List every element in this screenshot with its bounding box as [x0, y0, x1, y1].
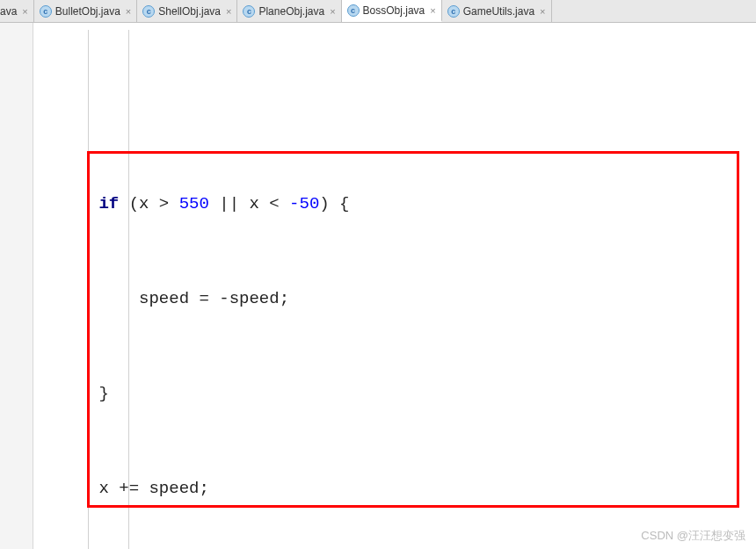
close-icon[interactable]: × — [226, 6, 231, 17]
close-icon[interactable]: × — [126, 6, 131, 17]
close-icon[interactable]: × — [430, 5, 435, 16]
watermark: CSDN @汪汪想变强 — [641, 528, 745, 544]
close-icon[interactable]: × — [22, 6, 27, 17]
java-class-icon: c — [142, 5, 155, 18]
tab-label: BossObj.java — [363, 4, 425, 17]
tab-label: PlaneObj.java — [258, 5, 324, 18]
tab-bossobj[interactable]: c BossObj.java × — [342, 0, 442, 22]
tab-label: ava — [0, 5, 17, 18]
tab-shellobj[interactable]: c ShellObj.java × — [137, 0, 237, 22]
tab-gameutils[interactable]: c GameUtils.java × — [442, 0, 552, 22]
gutter — [0, 23, 33, 549]
code-editor[interactable]: if (x > 550 || x < -50) { speed = -speed… — [0, 23, 756, 549]
code-line: } — [39, 378, 756, 409]
code-area[interactable]: if (x > 550 || x < -50) { speed = -speed… — [33, 30, 756, 549]
code-line: if (x > 550 || x < -50) { — [39, 188, 756, 220]
tab-label: BulletObj.java — [55, 5, 120, 18]
tab-bulletobj[interactable]: c BulletObj.java × — [34, 0, 137, 22]
close-icon[interactable]: × — [330, 6, 335, 17]
java-class-icon: c — [447, 5, 460, 18]
close-icon[interactable]: × — [540, 6, 545, 17]
tab-partial[interactable]: ava × — [0, 0, 34, 22]
tab-planeobj[interactable]: c PlaneObj.java × — [237, 0, 341, 22]
tab-bar: ava × c BulletObj.java × c ShellObj.java… — [0, 0, 756, 23]
tab-label: ShellObj.java — [158, 5, 221, 18]
java-class-icon: c — [243, 5, 255, 18]
java-class-icon: c — [347, 4, 360, 17]
code-line: x += speed; — [39, 473, 756, 504]
java-class-icon: c — [40, 5, 52, 18]
code-line: speed = -speed; — [39, 283, 756, 314]
tab-label: GameUtils.java — [463, 5, 534, 18]
